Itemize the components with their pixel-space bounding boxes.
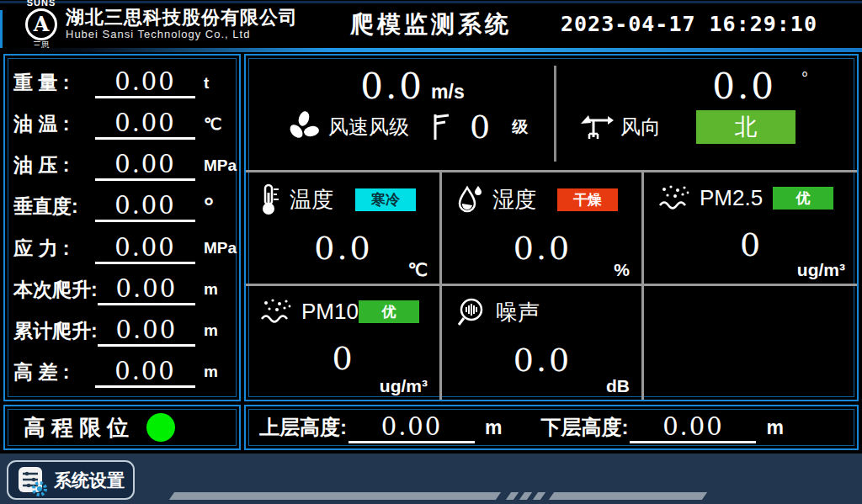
upper-height-group: 上层高度: 0.00 m	[259, 412, 502, 443]
wind-grade-value: 0	[470, 109, 490, 146]
row-value: 0.00	[116, 316, 178, 344]
sensor-unit: ℃	[407, 260, 428, 280]
droplet-icon	[455, 183, 484, 216]
lower-height-group: 下层高度: 0.00 m	[540, 412, 783, 443]
row-value-field: 0.00	[95, 67, 195, 98]
row-label: 油 温 :	[13, 111, 95, 137]
wind-speed-unit: m/s	[431, 81, 465, 103]
sensor-name: 温度	[290, 185, 333, 215]
measure-row-current-climb: 本次爬升: 0.00 m	[13, 269, 231, 310]
company-name-en: Hubei Sansi Technology Co., Ltd	[66, 29, 298, 41]
measure-row-height-diff: 高 差 : 0.00 m	[13, 352, 231, 393]
sensor-cell-noise: 噪声 0.0 dB	[442, 286, 644, 400]
upper-height-label: 上层高度:	[259, 414, 347, 441]
settings-sliders-gear-icon	[17, 464, 47, 496]
sensor-unit: dB	[606, 376, 630, 396]
row-unit: MPa	[200, 157, 231, 175]
row-value-field: 0.00	[95, 150, 195, 181]
row-value: 0.00	[114, 109, 176, 137]
row-label: 垂直度:	[13, 194, 95, 220]
row-value: 0.00	[114, 191, 176, 220]
wind-speed-label: 风速风级	[328, 114, 409, 141]
measure-row-oil-temp: 油 温 : 0.00 ℃	[13, 103, 231, 145]
wind-speed-block: 0.0m/s 风速风级	[246, 56, 554, 170]
wind-grade-unit: 级	[512, 116, 528, 138]
row-value: 0.00	[114, 150, 176, 178]
lower-height-field: 0.00	[630, 412, 756, 443]
sensor-cell-empty	[644, 286, 857, 400]
row-unit: MPa	[200, 239, 231, 257]
upper-height-field: 0.00	[349, 412, 475, 443]
row-value: 0.00	[114, 233, 176, 262]
sensor-value: 0.0	[455, 230, 630, 267]
decorative-stripe	[169, 492, 501, 500]
sensor-value: 0.0	[455, 342, 630, 379]
settings-button-label: 系统设置	[54, 469, 125, 492]
logo-suns-text: SUNS	[25, 0, 57, 8]
wind-speed-value: 0.0	[360, 66, 424, 107]
measurement-panel: 重 量 : 0.00 t 油 温 : 0.00 ℃ 油 压 : 0.00 MPa…	[3, 54, 241, 401]
datetime-display: 2023-04-17 16:29:10	[561, 12, 817, 36]
row-unit: t	[200, 74, 231, 93]
decorative-stripe-slash	[519, 492, 532, 500]
page-title: 爬模监测系统	[350, 8, 512, 40]
system-settings-button[interactable]: 系统设置	[7, 460, 135, 500]
row-value-field: 0.00	[95, 357, 195, 388]
lower-height-unit: m	[766, 416, 783, 439]
logo-circle-icon: A	[25, 8, 57, 40]
row-value: 0.00	[116, 274, 178, 303]
monitor-screen: SUNS A 三思 湖北三思科技股份有限公司 Hubei Sansi Techn…	[0, 0, 862, 504]
measure-row-total-climb: 累计爬升: 0.00 m	[13, 310, 231, 352]
company-name: 湖北三思科技股份有限公司 Hubei Sansi Technology Co.,…	[66, 7, 298, 40]
sensor-name: PM10	[301, 299, 359, 325]
status-light	[146, 413, 175, 442]
wind-section: 0.0m/s 风速风级	[246, 56, 857, 170]
sensor-cell-temperature: 温度 寒冷 0.0 ℃	[246, 172, 442, 286]
sensor-grid: 温度 寒冷 0.0 ℃ 湿度 干燥	[246, 170, 857, 400]
sensor-cell-pm10: PM10 优 0 ug/m³	[246, 286, 442, 400]
measure-row-stress: 应 力 : 0.00 MPa	[13, 228, 231, 269]
measure-row-weight: 重 量 : 0.00 t	[13, 62, 231, 103]
row-label: 重 量 :	[13, 70, 95, 96]
row-value: 0.00	[114, 67, 176, 96]
lower-height-label: 下层高度:	[540, 414, 628, 441]
wind-direction-block: 0.0° 风向	[556, 56, 857, 170]
sensor-unit: ug/m³	[797, 260, 845, 280]
row-label: 高 差 :	[13, 359, 95, 385]
sensor-unit: %	[614, 260, 630, 280]
wind-grade-flag-icon	[431, 113, 451, 141]
wind-direction-value: 0.0	[712, 66, 776, 107]
decorative-stripe	[549, 492, 707, 500]
thermometer-icon	[259, 183, 281, 216]
row-value-field: 0.00	[95, 191, 195, 222]
row-value-field: 0.00	[95, 233, 195, 264]
sensor-name: PM2.5	[700, 185, 763, 211]
status-badge: 优	[359, 300, 419, 323]
fan-icon	[286, 109, 322, 145]
row-label: 累计爬升:	[13, 318, 98, 344]
decorative-stripe-slash	[506, 492, 519, 500]
status-badge: 干燥	[557, 188, 618, 211]
row-value-field: 0.00	[95, 109, 195, 140]
company-logo: SUNS A 三思	[25, 0, 57, 50]
row-value-field: 0.00	[98, 274, 195, 305]
dust-icon	[259, 296, 293, 326]
row-unit: m	[200, 363, 231, 381]
sensor-cell-humidity: 湿度 干燥 0.0 %	[442, 172, 644, 286]
row-value: 0.00	[114, 357, 176, 385]
row-label: 油 压 :	[13, 152, 95, 178]
row-unit: m	[200, 321, 231, 340]
company-name-cn: 湖北三思科技股份有限公司	[66, 7, 298, 28]
sensor-cell-pm25: PM2.5 优 0 ug/m³	[644, 172, 857, 286]
wind-direction-label: 风向	[620, 114, 661, 141]
row-unit: ℃	[200, 114, 231, 134]
status-badge: 优	[773, 187, 833, 210]
lower-height-value: 0.00	[662, 412, 724, 441]
footer-bar: 系统设置	[0, 454, 862, 504]
sensor-name: 湿度	[492, 185, 536, 215]
upper-height-value: 0.00	[381, 412, 443, 441]
wind-direction-unit: °	[801, 69, 808, 107]
environment-panel: 0.0m/s 风速风级	[244, 54, 859, 401]
sensor-value: 0	[657, 226, 845, 263]
row-label: 本次爬升:	[13, 277, 98, 303]
